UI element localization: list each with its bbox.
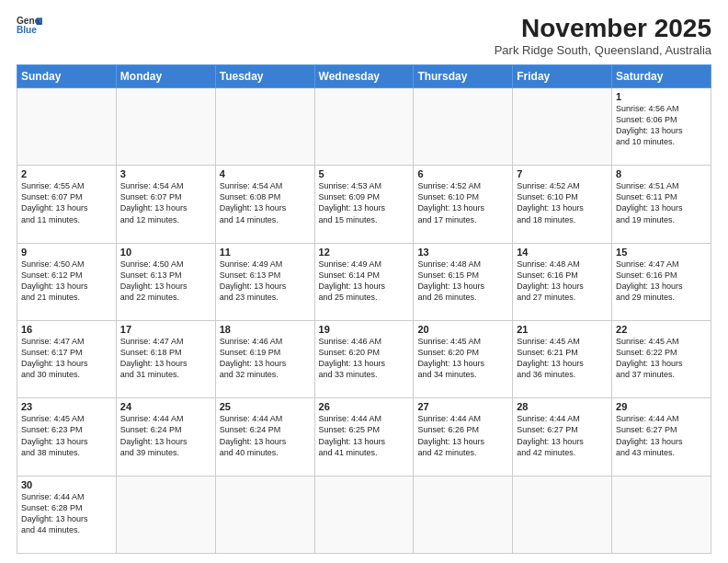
day-info: Sunrise: 4:45 AM Sunset: 6:21 PM Dayligh… (517, 336, 608, 381)
day-number: 2 (21, 168, 112, 179)
calendar-cell: 17Sunrise: 4:47 AM Sunset: 6:18 PM Dayli… (116, 320, 215, 397)
calendar-cell: 20Sunrise: 4:45 AM Sunset: 6:20 PM Dayli… (414, 320, 513, 397)
calendar-cell: 9Sunrise: 4:50 AM Sunset: 6:12 PM Daylig… (17, 243, 117, 320)
day-number: 14 (517, 247, 608, 258)
day-number: 4 (220, 168, 311, 179)
day-info: Sunrise: 4:49 AM Sunset: 6:14 PM Dayligh… (319, 259, 410, 304)
calendar-cell (414, 87, 513, 165)
day-info: Sunrise: 4:44 AM Sunset: 6:25 PM Dayligh… (319, 413, 410, 458)
day-info: Sunrise: 4:45 AM Sunset: 6:20 PM Dayligh… (417, 336, 508, 381)
day-number: 27 (417, 401, 508, 412)
calendar-cell (513, 87, 612, 165)
day-number: 10 (120, 247, 211, 258)
day-number: 12 (319, 247, 410, 258)
calendar-cell: 16Sunrise: 4:47 AM Sunset: 6:17 PM Dayli… (17, 320, 117, 397)
weekday-header-row: SundayMondayTuesdayWednesdayThursdayFrid… (17, 64, 711, 87)
day-info: Sunrise: 4:44 AM Sunset: 6:27 PM Dayligh… (616, 413, 707, 458)
weekday-tuesday: Tuesday (215, 64, 314, 87)
calendar-cell (314, 87, 414, 165)
calendar-cell: 5Sunrise: 4:53 AM Sunset: 6:09 PM Daylig… (314, 166, 414, 243)
calendar-cell (116, 476, 215, 553)
calendar-cell: 7Sunrise: 4:52 AM Sunset: 6:10 PM Daylig… (513, 166, 612, 243)
week-row-5: 30Sunrise: 4:44 AM Sunset: 6:28 PM Dayli… (17, 476, 711, 553)
weekday-sunday: Sunday (17, 64, 117, 87)
day-number: 8 (616, 168, 707, 179)
calendar-cell (314, 476, 414, 553)
day-info: Sunrise: 4:47 AM Sunset: 6:16 PM Dayligh… (616, 259, 707, 304)
day-info: Sunrise: 4:50 AM Sunset: 6:13 PM Dayligh… (120, 259, 211, 304)
calendar-cell: 22Sunrise: 4:45 AM Sunset: 6:22 PM Dayli… (612, 320, 711, 397)
day-number: 17 (120, 324, 211, 335)
weekday-saturday: Saturday (612, 64, 711, 87)
location: Park Ridge South, Queensland, Australia (495, 43, 711, 57)
month-title: November 2025 (495, 15, 711, 43)
day-info: Sunrise: 4:46 AM Sunset: 6:19 PM Dayligh… (220, 336, 311, 381)
day-info: Sunrise: 4:45 AM Sunset: 6:23 PM Dayligh… (21, 413, 112, 458)
calendar-cell: 23Sunrise: 4:45 AM Sunset: 6:23 PM Dayli… (17, 398, 117, 476)
title-block: November 2025 Park Ridge South, Queensla… (495, 15, 711, 57)
calendar-cell: 25Sunrise: 4:44 AM Sunset: 6:24 PM Dayli… (215, 398, 314, 476)
calendar-cell (116, 87, 215, 165)
day-info: Sunrise: 4:54 AM Sunset: 6:07 PM Dayligh… (120, 180, 211, 225)
day-info: Sunrise: 4:46 AM Sunset: 6:20 PM Dayligh… (319, 336, 410, 381)
day-number: 15 (616, 247, 707, 258)
logo: General Blue (17, 15, 42, 35)
day-number: 21 (517, 324, 608, 335)
day-info: Sunrise: 4:55 AM Sunset: 6:07 PM Dayligh… (21, 180, 112, 225)
day-info: Sunrise: 4:52 AM Sunset: 6:10 PM Dayligh… (517, 180, 608, 225)
calendar-cell: 8Sunrise: 4:51 AM Sunset: 6:11 PM Daylig… (612, 166, 711, 243)
calendar-cell: 18Sunrise: 4:46 AM Sunset: 6:19 PM Dayli… (215, 320, 314, 397)
svg-text:Blue: Blue (17, 25, 37, 35)
day-number: 28 (517, 401, 608, 412)
day-info: Sunrise: 4:50 AM Sunset: 6:12 PM Dayligh… (21, 259, 112, 304)
calendar-cell: 13Sunrise: 4:48 AM Sunset: 6:15 PM Dayli… (414, 243, 513, 320)
day-number: 16 (21, 324, 112, 335)
calendar-cell: 26Sunrise: 4:44 AM Sunset: 6:25 PM Dayli… (314, 398, 414, 476)
day-info: Sunrise: 4:45 AM Sunset: 6:22 PM Dayligh… (616, 336, 707, 381)
calendar-cell (215, 476, 314, 553)
calendar-cell: 11Sunrise: 4:49 AM Sunset: 6:13 PM Dayli… (215, 243, 314, 320)
day-number: 3 (120, 168, 211, 179)
week-row-4: 23Sunrise: 4:45 AM Sunset: 6:23 PM Dayli… (17, 398, 711, 476)
day-number: 19 (319, 324, 410, 335)
week-row-1: 2Sunrise: 4:55 AM Sunset: 6:07 PM Daylig… (17, 166, 711, 243)
calendar-cell (612, 476, 711, 553)
calendar-cell: 27Sunrise: 4:44 AM Sunset: 6:26 PM Dayli… (414, 398, 513, 476)
day-info: Sunrise: 4:51 AM Sunset: 6:11 PM Dayligh… (616, 180, 707, 225)
calendar-cell (17, 87, 117, 165)
day-info: Sunrise: 4:48 AM Sunset: 6:16 PM Dayligh… (517, 259, 608, 304)
day-info: Sunrise: 4:49 AM Sunset: 6:13 PM Dayligh… (220, 259, 311, 304)
week-row-0: 1Sunrise: 4:56 AM Sunset: 6:06 PM Daylig… (17, 87, 711, 165)
day-number: 22 (616, 324, 707, 335)
calendar-cell: 15Sunrise: 4:47 AM Sunset: 6:16 PM Dayli… (612, 243, 711, 320)
day-number: 5 (319, 168, 410, 179)
calendar-cell: 4Sunrise: 4:54 AM Sunset: 6:08 PM Daylig… (215, 166, 314, 243)
calendar-cell: 1Sunrise: 4:56 AM Sunset: 6:06 PM Daylig… (612, 87, 711, 165)
day-info: Sunrise: 4:47 AM Sunset: 6:17 PM Dayligh… (21, 336, 112, 381)
week-row-3: 16Sunrise: 4:47 AM Sunset: 6:17 PM Dayli… (17, 320, 711, 397)
generalblue-logo-icon: General Blue (17, 15, 42, 35)
weekday-friday: Friday (513, 64, 612, 87)
calendar-cell (513, 476, 612, 553)
calendar-cell: 2Sunrise: 4:55 AM Sunset: 6:07 PM Daylig… (17, 166, 117, 243)
calendar-cell (215, 87, 314, 165)
day-number: 13 (417, 247, 508, 258)
calendar-cell: 29Sunrise: 4:44 AM Sunset: 6:27 PM Dayli… (612, 398, 711, 476)
day-number: 6 (417, 168, 508, 179)
day-info: Sunrise: 4:52 AM Sunset: 6:10 PM Dayligh… (417, 180, 508, 225)
day-number: 11 (220, 247, 311, 258)
day-number: 23 (21, 401, 112, 412)
day-info: Sunrise: 4:47 AM Sunset: 6:18 PM Dayligh… (120, 336, 211, 381)
calendar-cell: 21Sunrise: 4:45 AM Sunset: 6:21 PM Dayli… (513, 320, 612, 397)
day-number: 20 (417, 324, 508, 335)
calendar-cell (414, 476, 513, 553)
calendar-cell: 12Sunrise: 4:49 AM Sunset: 6:14 PM Dayli… (314, 243, 414, 320)
calendar-cell: 6Sunrise: 4:52 AM Sunset: 6:10 PM Daylig… (414, 166, 513, 243)
calendar-cell: 14Sunrise: 4:48 AM Sunset: 6:16 PM Dayli… (513, 243, 612, 320)
calendar-cell: 28Sunrise: 4:44 AM Sunset: 6:27 PM Dayli… (513, 398, 612, 476)
day-number: 7 (517, 168, 608, 179)
day-number: 1 (616, 91, 707, 102)
calendar: SundayMondayTuesdayWednesdayThursdayFrid… (17, 64, 711, 554)
page: General Blue November 2025 Park Ridge So… (0, 0, 728, 563)
calendar-cell: 10Sunrise: 4:50 AM Sunset: 6:13 PM Dayli… (116, 243, 215, 320)
